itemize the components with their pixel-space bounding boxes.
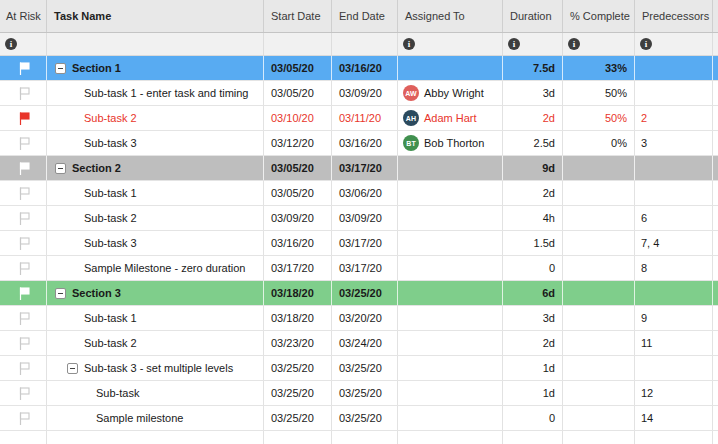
at-risk-cell[interactable]	[0, 231, 47, 255]
assigned-to-cell[interactable]: AHAdam Hart	[398, 106, 503, 130]
percent-complete-cell[interactable]	[563, 406, 635, 430]
filter-cell-start[interactable]	[264, 33, 332, 55]
duration-cell[interactable]	[503, 431, 563, 444]
start-date-cell[interactable]: 03/05/20	[264, 81, 332, 105]
predecessors-cell[interactable]: 2	[635, 106, 713, 130]
start-date-cell[interactable]: 03/18/20	[264, 281, 332, 305]
duration-cell[interactable]: 7.5d	[503, 56, 563, 80]
percent-complete-cell[interactable]	[563, 331, 635, 355]
task-name-cell[interactable]: Sub-task	[47, 381, 264, 405]
at-risk-cell[interactable]	[0, 131, 47, 155]
percent-complete-cell[interactable]	[563, 256, 635, 280]
duration-cell[interactable]: 6d	[503, 281, 563, 305]
flag-icon[interactable]	[17, 386, 30, 401]
duration-cell[interactable]: 9d	[503, 156, 563, 180]
flag-icon[interactable]	[17, 136, 30, 151]
predecessors-cell[interactable]: 8	[635, 256, 713, 280]
assigned-to-cell[interactable]	[398, 431, 503, 444]
column-header-pct[interactable]: % Complete	[563, 0, 635, 32]
assigned-to-cell[interactable]	[398, 406, 503, 430]
end-date-cell[interactable]: 03/24/20	[332, 331, 398, 355]
assigned-to-cell[interactable]	[398, 56, 503, 80]
percent-complete-cell[interactable]	[563, 156, 635, 180]
assigned-to-cell[interactable]	[398, 156, 503, 180]
predecessors-cell[interactable]	[635, 181, 713, 205]
at-risk-cell[interactable]	[0, 106, 47, 130]
at-risk-cell[interactable]	[0, 206, 47, 230]
percent-complete-cell[interactable]: 50%	[563, 81, 635, 105]
filter-cell-duration[interactable]: i	[503, 33, 563, 55]
start-date-cell[interactable]: 03/17/20	[264, 256, 332, 280]
assigned-to-cell[interactable]	[398, 331, 503, 355]
column-header-pred[interactable]: Predecessors	[635, 0, 713, 32]
predecessors-cell[interactable]	[635, 156, 713, 180]
assigned-to-cell[interactable]	[398, 356, 503, 380]
duration-cell[interactable]: 3d	[503, 81, 563, 105]
column-header-duration[interactable]: Duration	[503, 0, 563, 32]
start-date-cell[interactable]: 03/05/20	[264, 56, 332, 80]
end-date-cell[interactable]	[332, 431, 398, 444]
end-date-cell[interactable]: 03/20/20	[332, 306, 398, 330]
at-risk-cell[interactable]	[0, 256, 47, 280]
percent-complete-cell[interactable]	[563, 381, 635, 405]
flag-icon[interactable]	[17, 111, 30, 126]
at-risk-cell[interactable]	[0, 431, 47, 444]
percent-complete-cell[interactable]	[563, 281, 635, 305]
column-header-end[interactable]: End Date	[332, 0, 398, 32]
flag-icon[interactable]	[17, 411, 30, 426]
assigned-to-cell[interactable]	[398, 181, 503, 205]
task-name-cell[interactable]: Sub-task 2	[47, 331, 264, 355]
column-info-icon[interactable]: i	[5, 38, 17, 50]
flag-icon[interactable]	[17, 236, 30, 251]
filter-cell-pred[interactable]: i	[635, 33, 713, 55]
percent-complete-cell[interactable]: 50%	[563, 106, 635, 130]
collapse-button[interactable]	[55, 163, 66, 174]
start-date-cell[interactable]: 03/16/20	[264, 231, 332, 255]
predecessors-cell[interactable]: 7, 4	[635, 231, 713, 255]
filter-cell-assigned[interactable]: i	[398, 33, 503, 55]
end-date-cell[interactable]: 03/09/20	[332, 206, 398, 230]
end-date-cell[interactable]: 03/06/20	[332, 181, 398, 205]
end-date-cell[interactable]: 03/11/20	[332, 106, 398, 130]
duration-cell[interactable]: 2d	[503, 181, 563, 205]
predecessors-cell[interactable]	[635, 56, 713, 80]
task-name-cell[interactable]: Sub-task 1 - enter task and timing	[47, 81, 264, 105]
percent-complete-cell[interactable]	[563, 231, 635, 255]
end-date-cell[interactable]: 03/25/20	[332, 356, 398, 380]
duration-cell[interactable]: 4h	[503, 206, 563, 230]
column-header-assigned[interactable]: Assigned To	[398, 0, 503, 32]
assigned-to-cell[interactable]	[398, 306, 503, 330]
assigned-to-cell[interactable]	[398, 281, 503, 305]
end-date-cell[interactable]: 03/25/20	[332, 381, 398, 405]
start-date-cell[interactable]: 03/23/20	[264, 331, 332, 355]
flag-icon[interactable]	[17, 311, 30, 326]
filter-cell-task[interactable]	[47, 33, 264, 55]
task-name-cell[interactable]: Sub-task 3 - set multiple levels	[47, 356, 264, 380]
start-date-cell[interactable]: 03/12/20	[264, 131, 332, 155]
filter-cell-pct[interactable]: i	[563, 33, 635, 55]
end-date-cell[interactable]: 03/09/20	[332, 81, 398, 105]
start-date-cell[interactable]: 03/10/20	[264, 106, 332, 130]
filter-cell-end[interactable]	[332, 33, 398, 55]
start-date-cell[interactable]: 03/09/20	[264, 206, 332, 230]
column-info-icon[interactable]: i	[508, 38, 520, 50]
end-date-cell[interactable]: 03/17/20	[332, 231, 398, 255]
end-date-cell[interactable]: 03/17/20	[332, 156, 398, 180]
assigned-to-cell[interactable]	[398, 231, 503, 255]
task-name-cell[interactable]: Sample Milestone - zero duration	[47, 256, 264, 280]
start-date-cell[interactable]: 03/25/20	[264, 406, 332, 430]
filter-cell-at_risk[interactable]: i	[0, 33, 47, 55]
column-header-task[interactable]: Task Name	[47, 0, 264, 32]
at-risk-cell[interactable]	[0, 81, 47, 105]
start-date-cell[interactable]: 03/05/20	[264, 156, 332, 180]
assigned-to-cell[interactable]: BTBob Thorton	[398, 131, 503, 155]
percent-complete-cell[interactable]	[563, 356, 635, 380]
start-date-cell[interactable]	[264, 431, 332, 444]
at-risk-cell[interactable]	[0, 281, 47, 305]
column-header-start[interactable]: Start Date	[264, 0, 332, 32]
duration-cell[interactable]: 1.5d	[503, 231, 563, 255]
end-date-cell[interactable]: 03/16/20	[332, 131, 398, 155]
duration-cell[interactable]: 2d	[503, 106, 563, 130]
predecessors-cell[interactable]: 6	[635, 206, 713, 230]
predecessors-cell[interactable]: 14	[635, 406, 713, 430]
